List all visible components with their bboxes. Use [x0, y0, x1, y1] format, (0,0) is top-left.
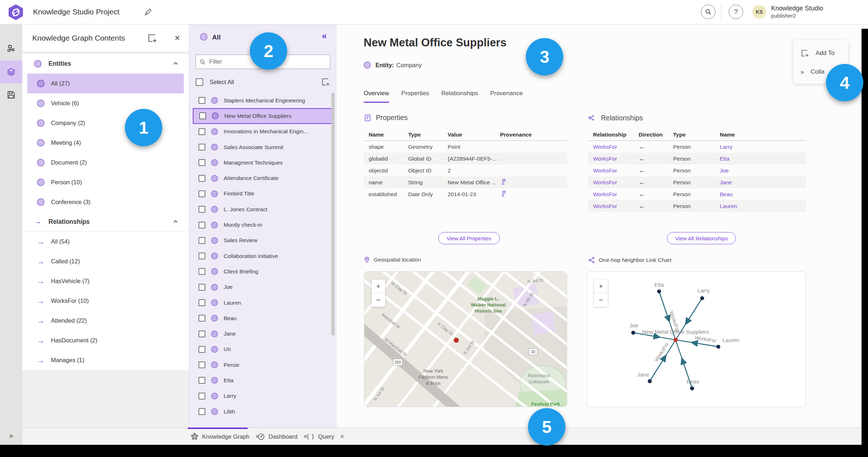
item-checkbox[interactable]	[199, 206, 205, 213]
entity-instance-item[interactable]: Collaboration initiative	[189, 248, 336, 264]
related-entity-link[interactable]: Beau	[720, 191, 806, 198]
relationship-link[interactable]: WorksFor	[593, 203, 639, 209]
item-checkbox[interactable]	[199, 175, 205, 182]
item-checkbox[interactable]	[199, 190, 205, 197]
item-checkbox[interactable]	[199, 268, 205, 275]
item-checkbox[interactable]	[199, 284, 205, 291]
geospatial-map[interactable]: W Clay St N 3rd St N 4th St Marshall St …	[364, 271, 567, 407]
list-scrollbar[interactable]	[331, 93, 335, 336]
view-all-relationships-button[interactable]: View All Relationships	[667, 232, 736, 244]
relationship-type-item[interactable]: → WorksFor (10)	[22, 291, 189, 311]
related-entity-link[interactable]: Larry	[720, 144, 806, 150]
expand-rail-icon[interactable]: »	[0, 427, 22, 444]
select-all-checkbox[interactable]	[196, 78, 203, 86]
entity-instance-item[interactable]: Etta	[189, 373, 336, 388]
edit-title-icon[interactable]	[144, 8, 152, 17]
item-checkbox[interactable]	[199, 222, 205, 228]
relationship-type-item[interactable]: → All (54)	[22, 232, 189, 251]
relationship-type-item[interactable]: → Called (12)	[22, 251, 189, 271]
close-tab-icon[interactable]: ✕	[340, 434, 344, 439]
relationship-type-item[interactable]: → HasVehicle (7)	[22, 271, 189, 291]
entity-instance-item[interactable]: Staplers Mechanical Engineering	[189, 93, 336, 108]
item-checkbox[interactable]	[199, 97, 205, 104]
entity-instance-item[interactable]: Lauren	[189, 295, 336, 310]
entity-instance-item[interactable]: Jane	[189, 326, 336, 341]
node-larry[interactable]	[700, 296, 704, 300]
provenance-flag-icon[interactable]	[500, 190, 507, 197]
related-entity-link[interactable]: Lauren	[720, 203, 806, 209]
layers-tool-button[interactable]	[0, 60, 22, 83]
item-checkbox[interactable]	[199, 393, 205, 400]
item-checkbox[interactable]	[199, 128, 205, 135]
related-entity-link[interactable]: Etta	[720, 156, 806, 162]
chevron-up-icon[interactable]	[172, 218, 179, 225]
save-tool-button[interactable]	[0, 83, 22, 106]
relationship-type-item[interactable]: → Manages (1)	[22, 350, 189, 370]
node-beau[interactable]	[690, 387, 694, 391]
relationship-type-item[interactable]: → HasDocument (2)	[22, 331, 189, 350]
entity-instance-item[interactable]: Attendance Certificate	[189, 170, 336, 186]
entity-instance-item[interactable]: Joe	[189, 280, 336, 295]
entity-instance-item[interactable]: Firebird Title	[189, 186, 336, 202]
tab-query[interactable]: { } Query ✕	[307, 428, 344, 445]
entity-instance-item[interactable]: Lilith	[189, 404, 336, 419]
related-entity-link[interactable]: Joe	[720, 167, 806, 174]
tab-knowledge-graph[interactable]: Knowledge Graph ✕	[191, 428, 260, 445]
entities-section-header[interactable]: Entities	[22, 54, 189, 74]
zoom-in-button[interactable]: +	[594, 280, 608, 293]
avatar[interactable]: KS	[752, 5, 766, 19]
node-jane[interactable]	[648, 379, 652, 383]
item-checkbox[interactable]	[199, 144, 205, 151]
entity-instance-item[interactable]: L. Jones Contract	[189, 202, 336, 217]
relationship-link[interactable]: WorksFor	[593, 191, 639, 198]
chevron-up-icon[interactable]	[172, 60, 179, 67]
entity-instance-item[interactable]: Montly check-in	[189, 217, 336, 232]
node-etta[interactable]	[657, 290, 661, 294]
add-to-menu-item[interactable]: Add To	[793, 45, 848, 61]
relationship-link[interactable]: WorksFor	[593, 144, 639, 150]
entity-type-item[interactable]: Document (2)	[22, 153, 189, 172]
entity-type-item[interactable]: Person (10)	[22, 172, 189, 192]
zoom-in-button[interactable]: +	[372, 280, 385, 293]
relationship-link[interactable]: WorksFor	[593, 156, 639, 162]
relationship-link[interactable]: WorksFor	[593, 179, 639, 186]
entity-instance-item[interactable]: Sales Review	[189, 233, 336, 248]
entity-instance-item[interactable]: Uri	[189, 342, 336, 357]
entity-type-item[interactable]: Vehicle (6)	[22, 93, 189, 113]
relationship-link[interactable]: WorksFor	[593, 167, 639, 174]
entity-type-item[interactable]: Company (2)	[22, 113, 189, 133]
relationships-section-header[interactable]: → Relationships	[22, 212, 189, 232]
entity-instance-item[interactable]: Beau	[189, 310, 336, 326]
entity-type-item[interactable]: Meeting (4)	[22, 133, 189, 153]
item-checkbox[interactable]	[199, 159, 205, 166]
item-checkbox[interactable]	[199, 237, 205, 244]
schema-tool-button[interactable]	[0, 37, 22, 60]
relationship-type-item[interactable]: → Attended (22)	[22, 311, 189, 331]
item-checkbox[interactable]	[199, 315, 205, 322]
view-all-properties-button[interactable]: View All Properties	[438, 232, 500, 244]
entity-instance-item[interactable]: Innovations in Mechanical Engin...	[189, 124, 336, 139]
entity-instance-item[interactable]: Managment Techniques	[189, 155, 336, 170]
add-to-map-icon[interactable]	[147, 33, 157, 43]
item-checkbox[interactable]	[199, 408, 205, 415]
collapse-panel-icon[interactable]: «	[322, 31, 327, 41]
item-checkbox[interactable]	[199, 331, 205, 337]
one-hop-link-chart[interactable]: Etta Larry Joe Lauren Jane Beau New Meta…	[587, 271, 806, 407]
add-to-map-icon[interactable]	[321, 77, 330, 87]
entity-type-item[interactable]: Conference (3)	[22, 192, 189, 212]
entity-instance-item[interactable]: Larry	[189, 388, 336, 404]
tab-relationships[interactable]: Relationships	[441, 90, 478, 103]
zoom-out-button[interactable]: −	[372, 293, 385, 307]
item-checkbox[interactable]	[199, 253, 205, 259]
provenance-flag-icon[interactable]	[500, 178, 507, 185]
node-joe[interactable]	[631, 331, 635, 335]
item-checkbox[interactable]	[199, 299, 205, 306]
item-checkbox[interactable]	[199, 112, 206, 119]
entity-instance-item[interactable]: New Metal Office Suppliers	[193, 108, 332, 124]
zoom-out-button[interactable]: −	[594, 293, 608, 307]
related-entity-link[interactable]: Jane	[720, 179, 806, 186]
item-checkbox[interactable]	[199, 346, 205, 353]
help-button[interactable]: ?	[729, 5, 743, 19]
tab-dashboard[interactable]: Dashboard ✕	[257, 428, 307, 445]
close-panel-icon[interactable]: ✕	[172, 33, 182, 43]
